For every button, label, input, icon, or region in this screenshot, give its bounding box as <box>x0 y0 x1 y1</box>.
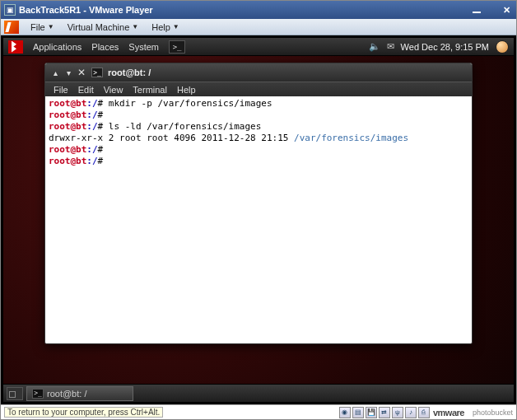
panel-system[interactable]: System <box>123 42 164 52</box>
prompt-path: :/ <box>86 144 97 155</box>
terminal-shade-icon[interactable]: ▾ <box>62 67 75 78</box>
menu-file[interactable]: File▼ <box>24 22 61 32</box>
menu-help[interactable]: Help▼ <box>145 22 186 32</box>
terminal-window: ▴ ▾ ✕ >_ root@bt: / File Edit View Termi… <box>44 63 473 344</box>
volume-icon[interactable]: 🔈 <box>369 41 380 52</box>
vmware-window: ▣ BackTrack5R1 - VMware Player ✕ File▼ V… <box>0 0 517 420</box>
show-desktop-icon[interactable] <box>7 387 23 400</box>
device-hdd-icon[interactable]: ▤ <box>352 407 364 418</box>
prompt-path: :/ <box>86 121 97 132</box>
menu-virtual-machine[interactable]: Virtual Machine▼ <box>61 22 146 32</box>
mail-icon[interactable]: ✉ <box>387 41 394 52</box>
prompt-user: root@bt <box>49 110 86 120</box>
clock[interactable]: Wed Dec 28, 9:15 PM <box>401 42 489 52</box>
taskbar-entry-terminal[interactable]: >_ root@bt: / <box>26 386 133 401</box>
vmware-titlebar[interactable]: ▣ BackTrack5R1 - VMware Player ✕ <box>1 1 516 19</box>
terminal-cmd: # mkdir -p /var/forensics/images <box>98 98 272 109</box>
gnome-bottom-panel: >_ root@bt: / <box>3 384 514 402</box>
terminal-cmd: # ls -ld /var/forensics/images <box>98 121 262 132</box>
terminal-titlebar[interactable]: ▴ ▾ ✕ >_ root@bt: / <box>45 63 472 82</box>
desktop[interactable]: << back | track 5 ▴ ▾ ✕ >_ root@bt: / Fi… <box>3 56 514 384</box>
gnome-top-panel: Applications Places System >_ 🔈 ✉ Wed De… <box>3 38 514 56</box>
backtrack-logo-icon[interactable] <box>8 40 23 54</box>
guest-viewport: Applications Places System >_ 🔈 ✉ Wed De… <box>1 35 516 404</box>
vmware-sys-icon[interactable]: ▣ <box>4 4 16 16</box>
prompt-path: :/ <box>86 110 97 120</box>
close-button[interactable]: ✕ <box>500 4 513 16</box>
vmware-status-bar: To return to your computer, press Ctrl+A… <box>1 404 516 419</box>
vmware-menubar: File▼ Virtual Machine▼ Help▼ <box>1 19 516 35</box>
panel-places[interactable]: Places <box>86 42 123 52</box>
device-usb-icon[interactable]: ψ <box>392 407 403 418</box>
terminal-output: drwxr-xr-x 2 root root 4096 2011-12-28 2… <box>49 133 294 143</box>
vmware-title: BackTrack5R1 - VMware Player <box>19 5 153 15</box>
menu-help-label: Help <box>151 22 170 32</box>
prompt-path: :/ <box>86 156 97 166</box>
terminal-menu-edit[interactable]: Edit <box>73 85 99 95</box>
terminal-menu-terminal[interactable]: Terminal <box>128 85 172 95</box>
user-icon[interactable] <box>496 40 509 54</box>
device-floppy-icon[interactable]: 💾 <box>366 407 377 418</box>
menu-file-label: File <box>30 22 45 32</box>
device-cd-icon[interactable]: ◉ <box>339 407 351 418</box>
terminal-cmd: # <box>98 110 104 120</box>
terminal-body[interactable]: root@bt:/# mkdir -p /var/forensics/image… <box>45 96 472 343</box>
menu-vm-label: Virtual Machine <box>68 22 130 32</box>
device-network-icon[interactable]: ⇄ <box>379 407 390 418</box>
prompt-path: :/ <box>86 98 97 109</box>
terminal-cmd: # <box>98 156 104 166</box>
device-printer-icon[interactable]: ⎙ <box>418 407 430 418</box>
hint-tooltip: To return to your computer, press Ctrl+A… <box>4 407 163 418</box>
vmware-brand-label: vmware <box>430 408 468 418</box>
vmware-device-icons: ◉ ▤ 💾 ⇄ ψ ♪ ⎙ <box>339 407 430 418</box>
terminal-icon: >_ <box>91 68 103 77</box>
maximize-button[interactable] <box>485 4 498 16</box>
terminal-menubar: File Edit View Terminal Help <box>45 82 472 96</box>
terminal-menu-dropdown-icon[interactable]: ▴ <box>49 67 62 78</box>
prompt-user: root@bt <box>49 98 86 109</box>
terminal-title: root@bt: / <box>106 68 151 77</box>
panel-applications[interactable]: Applications <box>28 42 86 52</box>
prompt-user: root@bt <box>49 144 86 155</box>
terminal-menu-help[interactable]: Help <box>172 85 201 95</box>
terminal-cmd: # <box>98 144 104 155</box>
prompt-user: root@bt <box>49 156 86 166</box>
terminal-menu-view[interactable]: View <box>99 85 128 95</box>
terminal-menu-file[interactable]: File <box>49 85 73 95</box>
prompt-user: root@bt <box>49 121 86 132</box>
guest-screen[interactable]: Applications Places System >_ 🔈 ✉ Wed De… <box>3 38 514 402</box>
vmware-player-logo-icon[interactable] <box>4 21 19 34</box>
terminal-icon: >_ <box>32 389 44 399</box>
system-tray: 🔈 ✉ Wed Dec 28, 9:15 PM <box>369 40 509 54</box>
terminal-output-path: /var/forensics/images <box>294 133 408 143</box>
photobucket-watermark: photobucket <box>468 408 513 417</box>
device-sound-icon[interactable]: ♪ <box>405 407 417 418</box>
terminal-close-icon[interactable]: ✕ <box>75 67 88 78</box>
taskbar-entry-label: root@bt: / <box>47 389 86 399</box>
terminal-launcher-icon[interactable]: >_ <box>169 40 185 54</box>
minimize-button[interactable] <box>470 4 483 16</box>
